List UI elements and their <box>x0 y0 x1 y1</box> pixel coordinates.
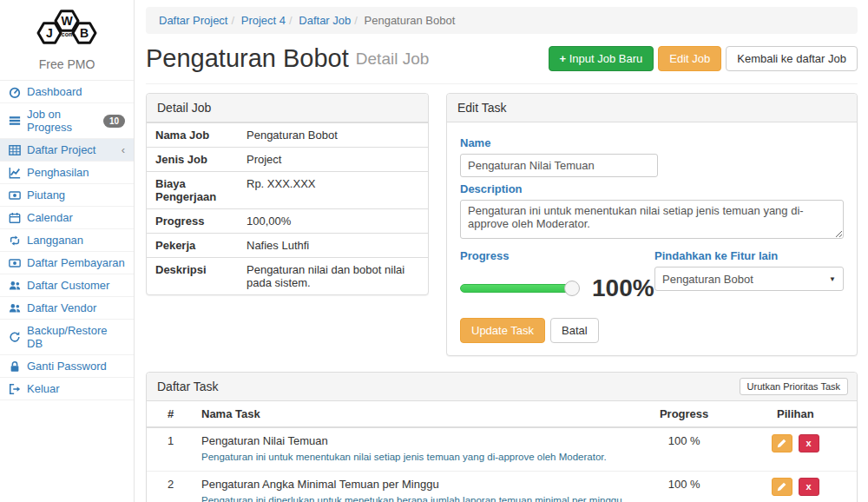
sidebar-item-backup-restore-db[interactable]: Backup/Restore DB <box>0 320 134 355</box>
task-row: 2 Pengaturan Angka Minimal Temuan per Mi… <box>147 471 857 502</box>
slider-handle[interactable] <box>564 281 580 296</box>
task-name: Pengaturan Nilai Temuan <box>201 434 628 447</box>
progress-percent: 100% <box>592 274 654 302</box>
progress-label: Progress <box>460 249 654 262</box>
detail-label: Biaya Pengerjaan <box>147 172 245 208</box>
detail-label: Jenis Job <box>147 148 245 171</box>
brand-name: Free PMO <box>0 57 134 71</box>
update-task-button[interactable]: Update Task <box>460 318 545 343</box>
page-subtitle: Detail Job <box>356 50 430 69</box>
line-chart-icon <box>9 167 21 179</box>
edit-task-panel: Edit Task Name Description Pengaturan in… <box>446 93 858 356</box>
sidebar-item-label: Keluar <box>27 382 60 395</box>
svg-text:W: W <box>61 14 73 28</box>
money-icon <box>9 189 21 201</box>
sidebar-item-label: Ganti Password <box>27 360 107 373</box>
task-description: Pengaturan ini diperlukan untuk menetuka… <box>201 493 628 502</box>
money-icon <box>9 257 21 269</box>
delete-task-button[interactable]: x <box>799 478 819 496</box>
progress-slider[interactable] <box>460 284 573 293</box>
sidebar-item-keluar[interactable]: Keluar <box>0 378 134 400</box>
detail-job-panel-title: Detail Job <box>147 94 428 122</box>
lock-icon <box>9 360 21 373</box>
column-header-action: Pilihan <box>734 401 857 427</box>
count-badge: 10 <box>103 115 125 128</box>
kembali-ke-daftar-job-button[interactable]: Kembali ke daftar Job <box>726 46 858 71</box>
delete-task-button[interactable]: x <box>799 434 819 452</box>
sidebar-item-label: Piutang <box>27 188 65 201</box>
sidebar-item-langganan[interactable]: Langganan <box>0 229 134 252</box>
svg-text:.com: .com <box>60 31 74 37</box>
breadcrumb-separator: / <box>351 14 361 27</box>
task-num: 1 <box>147 427 194 471</box>
column-header-progress: Progress <box>635 401 734 427</box>
sidebar-item-label: Dashboard <box>27 85 82 98</box>
detail-value: 100,00% <box>245 209 428 233</box>
sign-out-icon <box>9 383 21 395</box>
breadcrumb-link-daftar-project[interactable]: Daftar Project <box>159 14 227 27</box>
svg-text:J: J <box>46 26 53 40</box>
sidebar-item-dashboard[interactable]: Dashboard <box>0 81 134 103</box>
detail-row: Progress100,00% <box>147 208 428 233</box>
sidebar: J W B .com Free PMO Dashboard Job on Pro… <box>0 0 135 502</box>
detail-value: Pengaturan nilai dan bobot nilai pada si… <box>245 258 428 294</box>
header-buttons: + Input Job Baru Edit Job Kembali ke daf… <box>549 46 858 71</box>
page-header: Pengaturan Bobot Detail Job + Input Job … <box>146 44 858 84</box>
sidebar-item-ganti-password[interactable]: Ganti Password <box>0 355 134 378</box>
move-to-feature-label: Pindahkan ke Fitur lain <box>654 249 844 262</box>
edit-task-button[interactable] <box>772 478 792 496</box>
users-icon <box>9 280 21 292</box>
sidebar-item-label: Langganan <box>27 234 83 247</box>
sidebar-item-label: Backup/Restore DB <box>27 324 125 350</box>
breadcrumb-link-project-4[interactable]: Project 4 <box>241 14 286 27</box>
task-table-header-row: # Nama Task Progress Pilihan <box>147 401 857 427</box>
detail-value: Nafies Luthfi <box>245 234 428 257</box>
page-title: Pengaturan Bobot <box>146 44 349 73</box>
breadcrumb-separator: / <box>227 14 238 27</box>
task-num: 2 <box>147 471 194 502</box>
caret-down-icon: ▼ <box>829 275 836 283</box>
sidebar-item-label: Daftar Project <box>27 143 95 156</box>
pencil-icon <box>777 439 786 448</box>
list-icon <box>9 115 21 127</box>
calendar-icon <box>9 212 21 224</box>
detail-row: PekerjaNafies Luthfi <box>147 233 428 257</box>
description-label: Description <box>460 182 844 195</box>
sidebar-item-label: Calendar <box>27 211 73 224</box>
sidebar-item-job-on-progress[interactable]: Job on Progress 10 <box>0 103 134 139</box>
urutkan-prioritas-task-button[interactable]: Urutkan Prioritas Task <box>740 378 848 395</box>
task-progress: 100 % <box>635 471 734 502</box>
sidebar-item-daftar-customer[interactable]: Daftar Customer <box>0 274 134 297</box>
input-job-baru-button[interactable]: + Input Job Baru <box>549 46 654 71</box>
detail-row: Nama JobPengaturan Bobot <box>147 122 428 147</box>
sidebar-item-daftar-pembayaran[interactable]: Daftar Pembayaran <box>0 252 134 274</box>
jwb-logo-icon: J W B .com <box>23 7 110 50</box>
daftar-task-panel-title: Daftar Task <box>157 380 219 393</box>
edit-task-panel-title: Edit Task <box>447 94 857 122</box>
sidebar-item-calendar[interactable]: Calendar <box>0 207 134 229</box>
refresh-icon <box>9 331 21 343</box>
dashboard-icon <box>9 86 21 98</box>
detail-job-panel: Detail Job Nama JobPengaturan Bobot Jeni… <box>146 93 429 295</box>
task-row: 1 Pengaturan Nilai TemuanPengaturan ini … <box>147 427 857 471</box>
sidebar-item-daftar-project[interactable]: Daftar Project ‹ <box>0 139 134 162</box>
pencil-icon <box>777 482 786 492</box>
edit-job-button[interactable]: Edit Job <box>658 46 721 71</box>
task-progress: 100 % <box>635 427 734 471</box>
breadcrumb-link-daftar-job[interactable]: Daftar Job <box>299 14 351 27</box>
task-table: # Nama Task Progress Pilihan 1 Pengatura… <box>147 401 857 502</box>
daftar-task-panel: Daftar Task Urutkan Prioritas Task # Nam… <box>146 372 858 502</box>
detail-label: Progress <box>147 209 245 233</box>
sidebar-item-penghasilan[interactable]: Penghasilan <box>0 162 134 184</box>
detail-label: Nama Job <box>147 123 245 147</box>
task-description-textarea[interactable]: Pengaturan ini untuk menentukan nilai se… <box>460 200 844 239</box>
sidebar-item-piutang[interactable]: Piutang <box>0 184 134 207</box>
move-to-feature-select[interactable]: Pengaturan Bobot ▼ <box>654 267 844 291</box>
users-icon <box>9 302 21 314</box>
batal-button[interactable]: Batal <box>550 318 599 343</box>
task-name-input[interactable] <box>460 154 658 177</box>
task-description: Pengaturan ini untuk menentukan nilai se… <box>201 450 628 465</box>
sidebar-item-label: Job on Progress <box>27 108 97 134</box>
sidebar-item-daftar-vendor[interactable]: Daftar Vendor <box>0 297 134 320</box>
edit-task-button[interactable] <box>772 434 792 452</box>
